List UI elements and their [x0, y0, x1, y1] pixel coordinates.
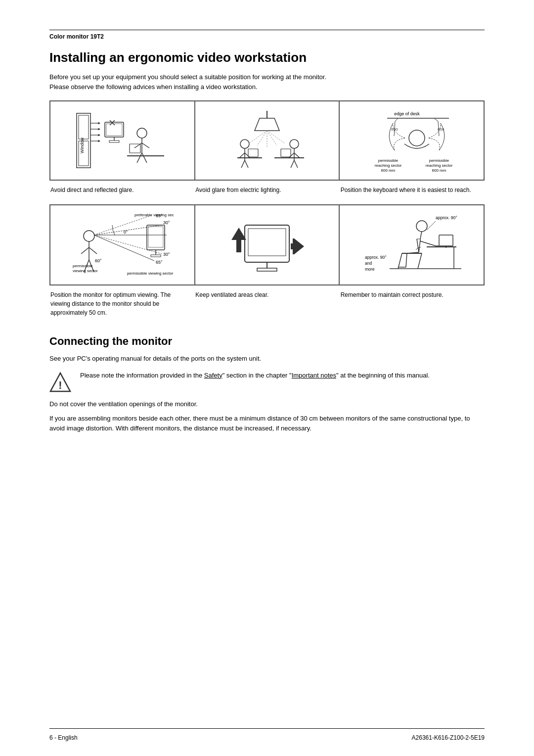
svg-text:viewing sector: viewing sector — [73, 269, 98, 273]
captions-row-1: Avoid direct and reflected glare. Avoid … — [49, 184, 485, 196]
svg-text:permissible: permissible — [378, 158, 398, 163]
warning-icon: ! — [49, 372, 71, 393]
diagrams-row-1: Window — [49, 100, 485, 181]
footer: 6 - English A26361-K616-Z100-2-5E19 — [49, 734, 485, 741]
diagram-ventilation-svg — [200, 210, 334, 280]
warning-triangle-icon: ! — [49, 372, 71, 393]
svg-line-27 — [250, 131, 267, 143]
header-rule — [49, 30, 485, 30]
svg-line-92 — [427, 221, 436, 230]
svg-line-16 — [137, 153, 142, 163]
svg-rect-73 — [147, 225, 165, 250]
header-label: Color monitor 19T2 — [49, 33, 485, 40]
section2-intro: See your PC's operating manual for detai… — [49, 354, 485, 364]
footer-left: 6 - English — [49, 734, 78, 741]
svg-rect-1 — [79, 115, 89, 139]
viewing-sector-illustration: preferable viewing sector 0° — [70, 210, 174, 280]
svg-line-15 — [142, 143, 149, 148]
diagram-window-glare-svg: Window — [55, 106, 189, 175]
diagram-window-glare: Window — [50, 101, 195, 180]
svg-rect-11 — [109, 141, 119, 142]
section1-intro: Before you set up your equipment you sho… — [49, 72, 485, 92]
svg-text:Window: Window — [80, 137, 85, 153]
svg-text:30°: 30° — [163, 252, 170, 257]
svg-point-12 — [137, 128, 147, 138]
caption-electric-glare: Avoid glare from electric lighting. — [194, 184, 339, 196]
caption-keyboard-reach: Position the keyboard where it is easies… — [340, 184, 485, 196]
svg-line-41 — [291, 160, 294, 168]
svg-rect-74 — [148, 227, 163, 247]
svg-rect-9 — [106, 124, 122, 136]
svg-line-42 — [294, 160, 298, 168]
svg-text:30°: 30° — [163, 220, 170, 225]
svg-text:approx. 90°: approx. 90° — [365, 255, 387, 260]
svg-rect-43 — [281, 149, 291, 157]
diagram-viewing-sector-svg: preferable viewing sector 0° — [55, 210, 189, 280]
page: Color monitor 19T2 Installing an ergonom… — [0, 0, 534, 756]
svg-line-69 — [94, 235, 162, 254]
svg-rect-108 — [439, 235, 453, 246]
warning-text-content: Please note the information provided in … — [80, 371, 430, 380]
svg-text:65°: 65° — [156, 213, 163, 218]
svg-text:65°: 65° — [156, 260, 163, 265]
caption-window-glare: Avoid direct and reflected glare. — [49, 184, 194, 196]
svg-text:!: ! — [58, 379, 62, 391]
footer-right: A26361-K616-Z100-2-5E19 — [412, 734, 485, 741]
svg-line-34 — [245, 160, 248, 168]
svg-rect-85 — [245, 225, 289, 262]
svg-point-29 — [240, 140, 249, 148]
svg-line-70 — [94, 215, 152, 235]
svg-text:approx. 90°: approx. 90° — [436, 215, 457, 220]
svg-text:more: more — [365, 267, 375, 272]
svg-rect-88 — [257, 268, 277, 271]
section1-title: Installing an ergonomic video workstatio… — [49, 50, 485, 65]
svg-text:600: 600 — [438, 127, 445, 132]
svg-text:600 mm: 600 mm — [432, 168, 446, 173]
important-notes-link[interactable]: Important notes — [292, 372, 336, 379]
svg-text:preferable viewing sector: preferable viewing sector — [134, 213, 174, 217]
diagram-electric-glare — [195, 101, 340, 180]
svg-point-61 — [84, 231, 94, 241]
svg-marker-89 — [231, 228, 246, 252]
diagram-ventilation — [195, 205, 340, 285]
svg-line-99 — [406, 253, 407, 267]
diagram-keyboard-reach: edge of desk — [339, 101, 484, 180]
svg-line-57 — [434, 118, 438, 121]
svg-text:60°: 60° — [95, 258, 102, 263]
svg-line-54 — [395, 118, 398, 121]
safety-link[interactable]: Safety — [204, 372, 222, 379]
keyboard-reach-illustration: edge of desk — [357, 108, 466, 173]
svg-marker-23 — [255, 118, 279, 131]
svg-line-26 — [267, 131, 277, 145]
svg-line-63 — [81, 247, 89, 254]
svg-point-37 — [290, 140, 299, 148]
caption-viewing-sector: Position the monitor for optimum viewing… — [49, 288, 194, 319]
diagram-keyboard-reach-svg: edge of desk — [345, 106, 479, 175]
svg-line-24 — [257, 131, 267, 145]
window-glare-illustration: Window — [73, 108, 172, 173]
svg-text:permissible viewing sector: permissible viewing sector — [127, 271, 174, 276]
svg-line-64 — [89, 247, 97, 254]
caption-posture: Remember to maintain correct posture. — [340, 288, 485, 319]
svg-line-95 — [419, 236, 421, 252]
electric-glare-illustration — [218, 108, 316, 173]
svg-line-31 — [239, 153, 245, 158]
connecting-section: Connecting the monitor See your PC's ope… — [49, 335, 485, 433]
svg-text:reaching sector: reaching sector — [425, 163, 452, 168]
ventilation-illustration — [218, 213, 316, 277]
warning-paragraph: Please note the information provided in … — [80, 371, 430, 380]
svg-text:permissible: permissible — [429, 158, 449, 163]
diagram-posture: approx. 90° — [339, 205, 484, 285]
svg-rect-86 — [248, 229, 286, 256]
diagram-electric-glare-svg — [200, 106, 334, 175]
svg-line-40 — [294, 153, 300, 158]
svg-line-103 — [418, 253, 422, 269]
footer-rule — [49, 728, 485, 729]
svg-line-104 — [417, 239, 419, 252]
svg-line-96 — [420, 241, 436, 246]
svg-line-71 — [94, 235, 154, 261]
posture-illustration: approx. 90° — [362, 210, 461, 280]
svg-point-93 — [416, 221, 427, 232]
svg-text:reaching sector: reaching sector — [374, 163, 401, 168]
svg-marker-90 — [291, 238, 304, 254]
